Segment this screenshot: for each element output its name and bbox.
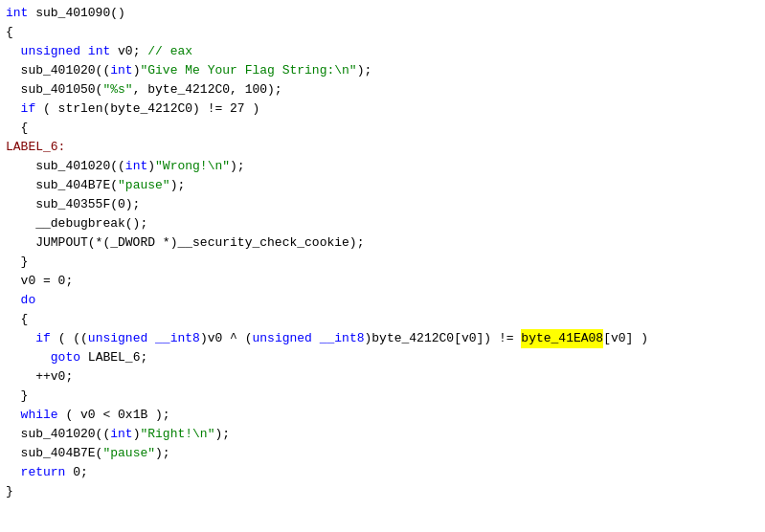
code-line: unsigned int v0; // eax: [0, 42, 765, 61]
code-line: {: [0, 310, 765, 329]
code-line: sub_401020((int)"Right!\n");: [0, 425, 765, 444]
code-line: sub_40355F(0);: [0, 195, 765, 214]
code-line: sub_401020((int)"Give Me Your Flag Strin…: [0, 61, 765, 80]
code-line: goto LABEL_6;: [0, 348, 765, 367]
code-line: v0 = 0;: [0, 272, 765, 291]
code-line: ++v0;: [0, 367, 765, 387]
code-line: {: [0, 119, 765, 138]
code-line: return 0;: [0, 463, 765, 482]
code-line: int sub_401090(): [0, 4, 765, 23]
code-line: sub_401050("%s", byte_4212C0, 100);: [0, 80, 765, 100]
code-line: if ( ((unsigned __int8)v0 ^ (unsigned __…: [0, 329, 765, 348]
code-line: __debugbreak();: [0, 214, 765, 233]
code-line: while ( v0 < 0x1B );: [0, 406, 765, 425]
code-line: sub_404B7E("pause");: [0, 444, 765, 463]
code-line: do: [0, 291, 765, 310]
code-line: sub_401020((int)"Wrong!\n");: [0, 157, 765, 176]
code-line: }: [0, 482, 765, 501]
code-line: JUMPOUT(*(_DWORD *)__security_check_cook…: [0, 233, 765, 253]
code-line: }: [0, 253, 765, 272]
code-line: {: [0, 23, 765, 42]
code-line: if ( strlen(byte_4212C0) != 27 ): [0, 100, 765, 119]
code-line: }: [0, 387, 765, 406]
code-container: int sub_401090(){ unsigned int v0; // ea…: [0, 0, 765, 532]
code-line: sub_404B7E("pause");: [0, 176, 765, 195]
code-line: LABEL_6:: [0, 138, 765, 157]
